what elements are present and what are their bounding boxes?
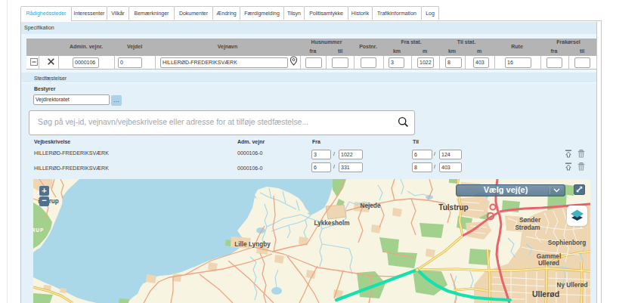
svg-text:Lille Lyngby: Lille Lyngby: [234, 241, 271, 248]
svg-text:Ullerød: Ullerød: [532, 289, 559, 298]
svg-text:Ullerød: Ullerød: [538, 260, 559, 267]
svg-text:Strødam: Strødam: [515, 224, 540, 231]
svg-text:Tulstrup: Tulstrup: [438, 203, 468, 212]
svg-text:Sønder: Sønder: [519, 217, 541, 224]
svg-text:Nejede: Nejede: [361, 203, 381, 209]
svg-text:Ny Ullerød: Ny Ullerød: [557, 282, 588, 289]
svg-text:Sophienborg: Sophienborg: [548, 240, 586, 246]
svg-text:Gammel: Gammel: [537, 253, 561, 260]
svg-text:Lykkesholm: Lykkesholm: [314, 220, 349, 227]
svg-text:RUP: RUP: [33, 227, 44, 233]
